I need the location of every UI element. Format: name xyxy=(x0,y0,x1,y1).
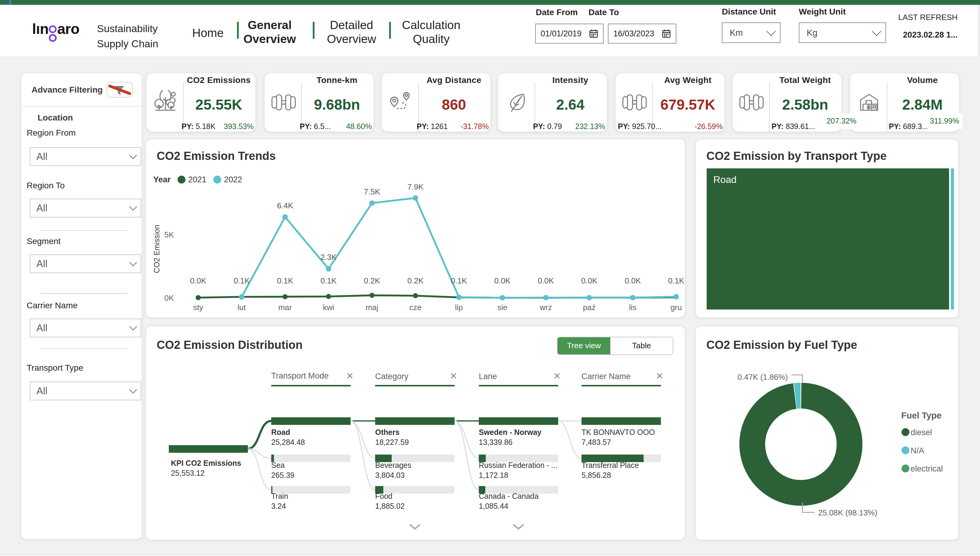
svg-text:aro: aro xyxy=(57,22,79,37)
svg-text:3.24: 3.24 xyxy=(271,502,286,510)
svg-text:sie: sie xyxy=(497,303,507,312)
svg-text:paź: paź xyxy=(583,303,596,312)
svg-text:cze: cze xyxy=(410,303,421,312)
svg-text:Transport Mode: Transport Mode xyxy=(271,371,329,380)
svg-text:mar: mar xyxy=(278,303,292,312)
svg-text:0.2K: 0.2K xyxy=(364,276,380,285)
svg-text:0.1K: 0.1K xyxy=(234,276,250,285)
svg-text:lis: lis xyxy=(629,303,637,312)
svg-text:electrical: electrical xyxy=(910,464,943,474)
svg-text:0.0K: 0.0K xyxy=(625,276,641,285)
svg-text:1,172.18: 1,172.18 xyxy=(479,471,508,479)
svg-text:wrz: wrz xyxy=(539,303,552,312)
svg-text:✕: ✕ xyxy=(553,371,561,381)
svg-text:25.08K (98.13%): 25.08K (98.13%) xyxy=(818,508,877,517)
svg-text:3,804.03: 3,804.03 xyxy=(375,471,405,479)
svg-text:Beverages: Beverages xyxy=(375,461,411,469)
svg-text:TK BONNAVTO OOO: TK BONNAVTO OOO xyxy=(582,428,655,436)
svg-text:0.2K: 0.2K xyxy=(407,276,424,285)
svg-text:✕: ✕ xyxy=(450,371,457,381)
svg-text:0.1K: 0.1K xyxy=(668,276,685,285)
svg-text:Sea: Sea xyxy=(271,461,285,469)
svg-text:kwi: kwi xyxy=(323,303,334,312)
svg-text:maj: maj xyxy=(366,303,379,312)
svg-text:✕: ✕ xyxy=(346,371,354,381)
svg-text:Russian Federation - ...: Russian Federation - ... xyxy=(479,461,557,469)
svg-text:1,885.02: 1,885.02 xyxy=(375,502,405,510)
svg-text:13,339.86: 13,339.86 xyxy=(479,438,512,446)
svg-text:7.5K: 7.5K xyxy=(364,187,380,196)
svg-text:N/A: N/A xyxy=(910,446,924,455)
svg-text:lut: lut xyxy=(238,303,246,312)
svg-text:0.0K: 0.0K xyxy=(190,276,206,285)
svg-text:5,856.28: 5,856.28 xyxy=(582,471,611,479)
svg-text:0.1K: 0.1K xyxy=(277,276,293,285)
svg-text:5K: 5K xyxy=(164,230,174,239)
svg-text:0.1K: 0.1K xyxy=(451,276,467,285)
svg-text:265.39: 265.39 xyxy=(271,471,294,479)
svg-text:1,085.44: 1,085.44 xyxy=(479,502,508,510)
svg-text:6.4K: 6.4K xyxy=(277,201,293,210)
svg-text:gru: gru xyxy=(671,303,682,312)
svg-text:lın: lın xyxy=(32,22,49,37)
svg-text:Carrier Name: Carrier Name xyxy=(582,372,631,381)
svg-text:Canada - Canada: Canada - Canada xyxy=(479,492,538,500)
svg-text:✕: ✕ xyxy=(656,371,663,381)
svg-text:7.9K: 7.9K xyxy=(407,182,424,191)
svg-text:Others: Others xyxy=(375,428,400,436)
svg-text:Category: Category xyxy=(375,372,408,381)
svg-text:0.1K: 0.1K xyxy=(320,276,337,285)
svg-text:Sweden - Norway: Sweden - Norway xyxy=(479,428,541,436)
svg-text:0.47K (1.86%): 0.47K (1.86%) xyxy=(737,372,788,381)
svg-text:CO2 Emission: CO2 Emission xyxy=(152,225,161,273)
svg-text:25,284.48: 25,284.48 xyxy=(271,438,305,446)
svg-text:Lane: Lane xyxy=(479,372,497,381)
svg-text:0.0K: 0.0K xyxy=(494,276,510,285)
svg-text:Train: Train xyxy=(271,492,288,500)
svg-text:KPI CO2 Emissions: KPI CO2 Emissions xyxy=(171,459,241,467)
svg-text:18,227.59: 18,227.59 xyxy=(375,438,409,446)
svg-text:2.3K: 2.3K xyxy=(320,252,337,262)
svg-text:diesel: diesel xyxy=(910,428,932,437)
svg-text:Road: Road xyxy=(271,428,290,436)
svg-text:25,553.12: 25,553.12 xyxy=(171,469,204,477)
svg-text:sty: sty xyxy=(193,303,203,312)
svg-text:0K: 0K xyxy=(164,293,174,302)
svg-text:0.0K: 0.0K xyxy=(581,276,598,285)
svg-text:Food: Food xyxy=(375,492,392,500)
svg-text:0.0K: 0.0K xyxy=(538,276,554,285)
svg-text:lip: lip xyxy=(455,303,463,312)
svg-text:Fuel Type: Fuel Type xyxy=(901,411,941,420)
svg-text:7,483.57: 7,483.57 xyxy=(582,438,611,446)
svg-text:Transferral Place: Transferral Place xyxy=(582,461,639,469)
